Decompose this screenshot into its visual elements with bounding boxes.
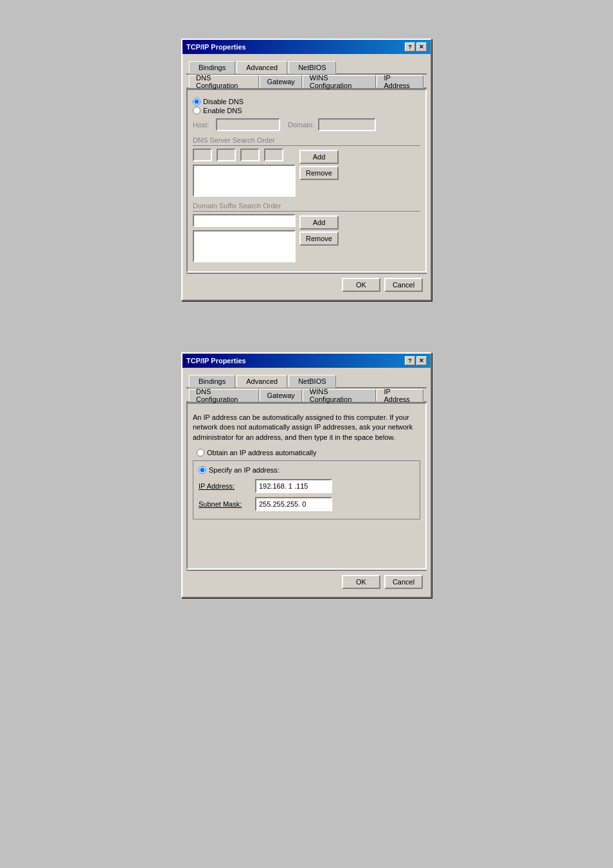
dns-octet-2[interactable] — [217, 149, 236, 161]
tab-netbios-2[interactable]: NetBIOS — [289, 375, 335, 388]
subnet-value: 255.255.255. 0 — [259, 500, 306, 508]
help-button-1[interactable]: ? — [405, 42, 415, 51]
domain-input[interactable] — [318, 118, 376, 131]
tab-gateway-1[interactable]: Gateway — [260, 75, 301, 88]
disable-dns-radio-item: Disable DNS — [193, 98, 420, 105]
ip-address-row: IP Address: 192.168. 1 .115 — [199, 479, 414, 493]
tab-advanced-2[interactable]: Advanced — [236, 375, 287, 388]
domain-suffix-inputs — [193, 214, 296, 262]
tcpip-dialog-2: TCP/IP Properties ? ✕ Bindings Advanced … — [181, 352, 432, 598]
dialog2-bottom-bar: OK Cancel — [186, 570, 427, 593]
obtain-auto-label: Obtain an IP address automatically — [207, 449, 316, 457]
enable-dns-radio[interactable] — [193, 107, 200, 114]
ip-address-label: IP Address: — [199, 482, 250, 490]
dns-server-section: DNS Server Search Order . . . — [193, 136, 420, 197]
dns-radio-group: Disable DNS Enable DNS — [193, 98, 420, 114]
dialog1-content: Bindings Advanced NetBIOS DNS Configurat… — [182, 54, 431, 300]
tab-advanced-1[interactable]: Advanced — [236, 61, 287, 74]
domain-suffix-add-btn[interactable]: Add — [299, 215, 339, 230]
specify-label: Specify an IP address: — [209, 466, 280, 474]
host-label: Host: — [193, 121, 212, 129]
tab-gateway-2[interactable]: Gateway — [260, 389, 301, 402]
tab-wins-2[interactable]: WINS Configuration — [303, 389, 377, 402]
cancel-btn-2[interactable]: Cancel — [384, 575, 423, 589]
dns-octet-row: . . . — [193, 149, 296, 161]
dns-server-btns: Add Remove — [299, 150, 339, 180]
domain-suffix-group: Add Remove — [193, 214, 420, 262]
dialog1-title: TCP/IP Properties — [186, 43, 246, 51]
domain-label: Domain: — [288, 121, 314, 129]
dns-server-add-btn[interactable]: Add — [299, 150, 339, 164]
obtain-auto-radio[interactable] — [197, 449, 204, 457]
tab-dns-2[interactable]: DNS Configuration — [189, 389, 259, 402]
tab-dns-1[interactable]: DNS Configuration — [189, 75, 259, 88]
ip-address-value: 192.168. 1 .115 — [259, 482, 308, 490]
dns-server-inputs: . . . — [193, 149, 296, 197]
tab-wins-1[interactable]: WINS Configuration — [303, 75, 377, 88]
dns-dot-2: . — [236, 151, 240, 159]
domain-suffix-list[interactable] — [193, 230, 296, 262]
tab-ipaddress-2[interactable]: IP Address — [377, 389, 423, 402]
title-bar-2: TCP/IP Properties ? ✕ — [182, 354, 431, 368]
tab-bindings-1[interactable]: Bindings — [189, 61, 235, 74]
enable-dns-label: Enable DNS — [203, 107, 242, 114]
specify-radio-item: Specify an IP address: — [199, 466, 414, 474]
tcpip-dialog-1: TCP/IP Properties ? ✕ Bindings Advanced … — [181, 39, 432, 301]
host-domain-row: Host: Domain: — [193, 118, 420, 131]
domain-suffix-remove-btn[interactable]: Remove — [299, 231, 339, 246]
dialog2-content: Bindings Advanced NetBIOS DNS Configurat… — [182, 368, 431, 597]
enable-dns-radio-item: Enable DNS — [193, 107, 420, 114]
title-bar-1: TCP/IP Properties ? ✕ — [182, 40, 431, 54]
subnet-input[interactable]: 255.255.255. 0 — [255, 497, 332, 511]
tabs-row1-dialog1: Bindings Advanced NetBIOS — [186, 58, 427, 75]
cancel-btn-1[interactable]: Cancel — [384, 278, 423, 292]
title-bar-buttons-2: ? ✕ — [405, 356, 427, 365]
ip-address-input[interactable]: 192.168. 1 .115 — [255, 479, 332, 493]
ip-info-text: An IP address can be automatically assig… — [193, 413, 420, 442]
tab-netbios-1[interactable]: NetBIOS — [289, 61, 335, 74]
title-bar-buttons-1: ? ✕ — [405, 42, 427, 51]
dns-server-remove-btn[interactable]: Remove — [299, 166, 339, 180]
dns-octet-4[interactable] — [264, 149, 283, 161]
obtain-auto-radio-item: Obtain an IP address automatically — [197, 449, 420, 457]
dialog1-bottom-bar: OK Cancel — [186, 273, 427, 296]
domain-suffix-section: Domain Suffix Search Order Add Remove — [193, 202, 420, 262]
subnet-label: Subnet Mask: — [199, 500, 250, 508]
dns-server-section-label: DNS Server Search Order — [193, 136, 420, 146]
host-input[interactable] — [216, 118, 280, 131]
tab-panel-2: An IP address can be automatically assig… — [186, 402, 427, 570]
disable-dns-label: Disable DNS — [203, 98, 244, 105]
dns-server-group: . . . Add Remove — [193, 149, 420, 197]
subnet-row: Subnet Mask: 255.255.255. 0 — [199, 497, 414, 511]
dialog2-title: TCP/IP Properties — [186, 357, 246, 365]
specify-group: Specify an IP address: IP Address: 192.1… — [193, 460, 420, 520]
close-button-2[interactable]: ✕ — [416, 356, 427, 365]
dns-dot-3: . — [260, 151, 263, 159]
help-button-2[interactable]: ? — [405, 356, 415, 365]
domain-suffix-input[interactable] — [193, 214, 296, 227]
tabs-row1-dialog2: Bindings Advanced NetBIOS — [186, 372, 427, 388]
tab-bindings-2[interactable]: Bindings — [189, 375, 235, 388]
close-button-1[interactable]: ✕ — [416, 42, 427, 51]
dns-server-list[interactable] — [193, 165, 296, 197]
tab-ipaddress-1[interactable]: IP Address — [377, 75, 423, 88]
dns-dot-1: . — [213, 151, 216, 159]
tab-panel-1: Disable DNS Enable DNS Host: Domain: DNS… — [186, 89, 427, 273]
tabs-row2-dialog2: DNS Configuration Gateway WINS Configura… — [186, 388, 427, 402]
dns-octet-3[interactable] — [240, 149, 260, 161]
ok-btn-2[interactable]: OK — [342, 575, 380, 589]
ok-btn-1[interactable]: OK — [342, 278, 380, 292]
dns-octet-1[interactable] — [193, 149, 212, 161]
disable-dns-radio[interactable] — [193, 98, 200, 105]
domain-suffix-section-label: Domain Suffix Search Order — [193, 202, 420, 212]
specify-radio[interactable] — [199, 466, 206, 474]
domain-suffix-btns: Add Remove — [299, 215, 339, 246]
tabs-row2-dialog1: DNS Configuration Gateway WINS Configura… — [186, 75, 427, 89]
